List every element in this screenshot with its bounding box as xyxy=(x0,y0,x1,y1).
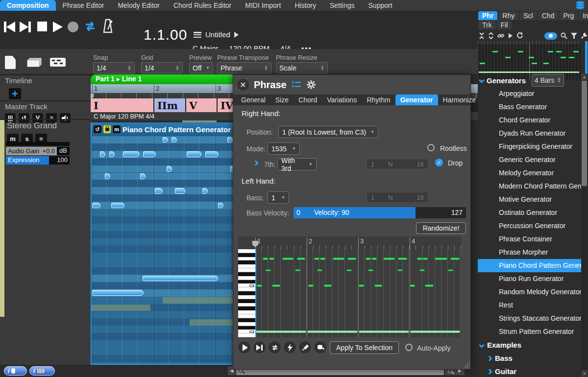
midi-note[interactable] xyxy=(307,330,358,333)
mouse-info-button[interactable]: i xyxy=(4,366,27,376)
midi-note[interactable] xyxy=(155,188,163,194)
midi-note[interactable] xyxy=(422,258,428,260)
generator-item-piano-run-generator[interactable]: Piano Run Generator xyxy=(478,272,581,285)
preview-ruler[interactable]: 1234 xyxy=(238,236,461,249)
piano-key[interactable] xyxy=(238,280,255,284)
filter-icon[interactable] xyxy=(571,32,577,40)
add-layer-button[interactable] xyxy=(314,341,327,354)
midi-note[interactable] xyxy=(374,284,382,287)
stop-button[interactable] xyxy=(37,22,47,31)
piano-key[interactable] xyxy=(238,299,255,303)
eye-icon[interactable] xyxy=(544,32,557,40)
menu-tab-history[interactable]: History xyxy=(288,0,323,11)
add-timeline-button[interactable]: + xyxy=(9,88,21,99)
generator-item-piano-chord-pattern-generator[interactable]: Piano Chord Pattern Generator xyxy=(478,259,581,272)
menu-tab-melody-editor[interactable]: Melody Editor xyxy=(111,0,167,11)
tab-general[interactable]: General xyxy=(236,94,270,105)
menu-tab-midi-import[interactable]: MIDI Import xyxy=(238,0,288,11)
generator-item-motive-generator[interactable]: Motive Generator xyxy=(478,193,581,206)
midi-note[interactable] xyxy=(417,258,422,260)
tab-variations[interactable]: Variations xyxy=(322,94,362,105)
expand-all-icon[interactable] xyxy=(488,32,494,40)
phrase-resize-control[interactable]: Scale▲▼ xyxy=(276,62,328,73)
keyboard-info-button[interactable]: i xyxy=(29,366,55,376)
piano-key[interactable]: C2 xyxy=(238,330,255,333)
song-position[interactable]: 1.1.00 xyxy=(144,26,187,43)
piano-key[interactable]: C3 xyxy=(238,283,255,287)
group-guitar[interactable]: Guitar xyxy=(478,365,581,377)
piano-key[interactable] xyxy=(238,272,255,276)
midi-note[interactable] xyxy=(257,284,262,287)
generators-heading[interactable]: Generators xyxy=(487,76,526,85)
midi-note[interactable] xyxy=(410,284,415,287)
generator-item-phrase-container[interactable]: Phrase Container xyxy=(478,233,581,246)
midi-note[interactable] xyxy=(425,284,434,287)
checklist-icon[interactable] xyxy=(292,81,301,89)
grid-control[interactable]: 1/4▲▼ xyxy=(141,62,183,73)
midi-note[interactable] xyxy=(92,290,144,296)
chord-block-IIm[interactable]: IIm xyxy=(154,98,185,112)
generator-item-chord-generator[interactable]: Chord Generator xyxy=(478,114,581,127)
midi-note[interactable] xyxy=(187,151,201,157)
piano-key[interactable] xyxy=(238,322,255,326)
piano-key[interactable] xyxy=(238,253,255,257)
generator-item-strum-pattern-generator[interactable]: Strum Pattern Generator xyxy=(478,325,581,338)
speaker-icon[interactable] xyxy=(60,113,71,123)
seventh-dropdown[interactable]: With 3rd▼ xyxy=(277,158,317,170)
loop-button[interactable] xyxy=(268,341,281,354)
midi-note[interactable] xyxy=(371,258,377,260)
piano-key[interactable] xyxy=(238,260,255,264)
preview-control[interactable]: Off▼ xyxy=(189,62,213,73)
piano-key[interactable] xyxy=(238,249,255,253)
piano-key[interactable] xyxy=(238,306,255,310)
new-phrase-icon[interactable] xyxy=(5,56,16,69)
bass-dropdown[interactable]: 1▼ xyxy=(268,191,289,204)
midi-note[interactable] xyxy=(272,284,280,287)
bars-spinner[interactable]: 4 Bars▲▼ xyxy=(532,74,564,87)
midi-note[interactable] xyxy=(202,188,208,194)
sidebar-tab-ins[interactable]: Ins xyxy=(579,11,588,20)
close-icon[interactable]: ✕ xyxy=(237,79,249,91)
midi-note[interactable] xyxy=(320,258,325,260)
midi-note[interactable] xyxy=(123,151,140,157)
midi-note[interactable] xyxy=(450,258,460,260)
piano-roll[interactable] xyxy=(92,136,233,364)
menu-tab-settings[interactable]: Settings xyxy=(323,0,362,11)
midi-note[interactable] xyxy=(140,173,146,179)
menu-tab-support[interactable]: Support xyxy=(362,0,399,11)
midi-note[interactable] xyxy=(397,269,403,272)
pencil-button[interactable] xyxy=(298,341,312,354)
scroll-down-icon[interactable]: ▼ xyxy=(581,370,588,377)
play-once-button[interactable] xyxy=(253,341,266,354)
preview-keyboard[interactable]: C3C2 xyxy=(238,249,255,337)
refresh-icon[interactable] xyxy=(516,32,523,40)
midi-note[interactable] xyxy=(419,269,425,272)
generator-item-arpeggiator[interactable]: Arpeggiator xyxy=(478,87,581,100)
rootless-radio[interactable] xyxy=(427,144,435,151)
midi-note[interactable] xyxy=(314,258,319,260)
generator-item-melody-generator[interactable]: Melody Generator xyxy=(478,166,581,180)
midi-note[interactable] xyxy=(324,284,332,287)
piano-key[interactable] xyxy=(238,314,255,318)
midi-note[interactable] xyxy=(205,151,219,157)
expand-seventh-icon[interactable] xyxy=(253,160,258,165)
skip-end-button[interactable] xyxy=(20,22,31,32)
sidebar-tab-trk[interactable]: Trk xyxy=(478,21,496,29)
generator-item-strings-staccato-generator[interactable]: Strings Staccato Generator xyxy=(478,312,581,325)
chord-block-V[interactable]: V xyxy=(186,98,217,112)
sidebar-scrollbar[interactable]: ▲ ▼ xyxy=(581,73,588,377)
sidebar-tab-phr[interactable]: Phr xyxy=(478,11,497,20)
generator-item-fingerpicking-generator[interactable]: Fingerpicking Generator xyxy=(478,140,581,153)
snap-control[interactable]: 1/4▲▼ xyxy=(93,62,135,73)
collapse-generators-icon[interactable] xyxy=(479,77,484,83)
sidebar-tab-chd[interactable]: Chd xyxy=(538,11,559,20)
piano-key[interactable] xyxy=(238,287,255,291)
mode-dropdown[interactable]: 1535▼ xyxy=(268,142,300,155)
generator-item-rest[interactable]: Rest xyxy=(478,299,581,312)
piano-key[interactable] xyxy=(238,295,255,299)
play-button[interactable] xyxy=(238,341,251,354)
midi-note[interactable] xyxy=(366,258,371,260)
track-name[interactable]: Stereo Grand xyxy=(7,121,57,130)
generator-item-dyads-run-generator[interactable]: Dyads Run Generator xyxy=(478,127,581,140)
menu-tab-chord-rules-editor[interactable]: Chord Rules Editor xyxy=(167,0,238,11)
